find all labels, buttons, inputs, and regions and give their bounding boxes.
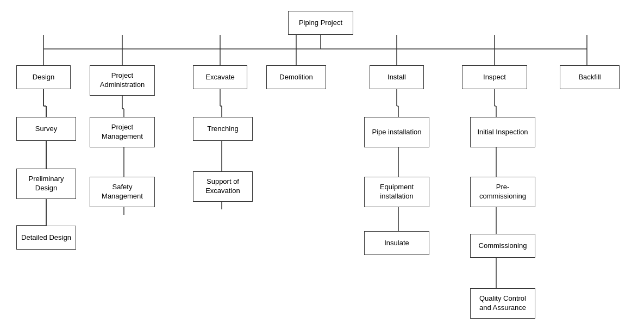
inspect-node: Inspect <box>462 65 527 89</box>
org-chart: Piping Project Design Project Administra… <box>0 0 644 329</box>
backfill-node: Backfill <box>560 65 620 89</box>
safety-mgmt-node: Safety Management <box>90 177 155 207</box>
connectors-svg <box>0 0 644 329</box>
detailed-design-node: Detailed Design <box>16 226 76 250</box>
design-node: Design <box>16 65 71 89</box>
insulate-node: Insulate <box>364 231 429 255</box>
prelim-design-node: Preliminary Design <box>16 169 76 199</box>
install-node: Install <box>370 65 424 89</box>
qca-node: Quality Control and Assurance <box>470 288 535 319</box>
root-node: Piping Project <box>288 11 353 35</box>
pipe-install-node: Pipe installation <box>364 117 429 147</box>
equip-install-node: Equipment installation <box>364 177 429 207</box>
demolition-node: Demolition <box>266 65 326 89</box>
initial-insp-node: Initial Inspection <box>470 117 535 147</box>
proj-admin-node: Project Administration <box>90 65 155 96</box>
survey-node: Survey <box>16 117 76 141</box>
proj-mgmt-node: Project Management <box>90 117 155 147</box>
excavate-node: Excavate <box>193 65 247 89</box>
precomm-node: Pre-commissioning <box>470 177 535 207</box>
support-excav-node: Support of Excavation <box>193 171 253 202</box>
commissioning-node: Commissioning <box>470 234 535 258</box>
trenching-node: Trenching <box>193 117 253 141</box>
